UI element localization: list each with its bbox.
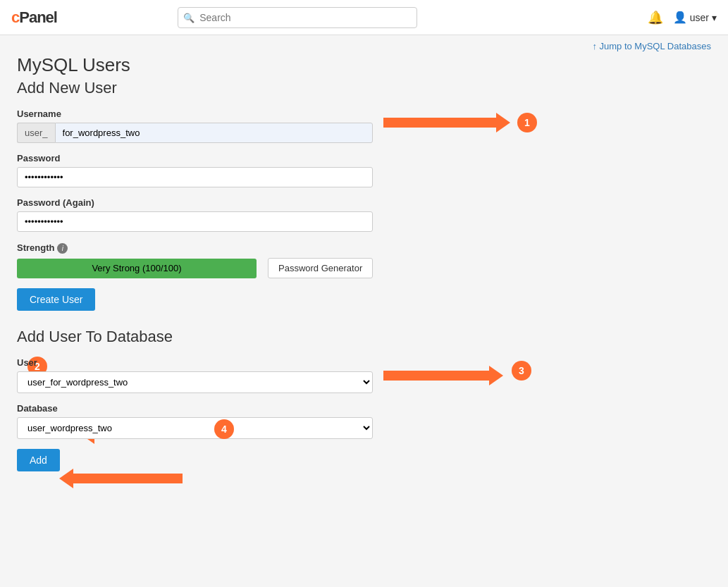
db-database-select[interactable]: user_wordpress_two user_wordpress user_b… xyxy=(17,417,373,439)
password-generator-button[interactable]: Password Generator xyxy=(268,258,373,278)
strength-label: Strength xyxy=(17,242,54,253)
strength-bar-row: Very Strong (100/100) Password Generator xyxy=(17,258,711,278)
add-user-db-section: Add User To Database User user_for_wordp… xyxy=(17,328,711,471)
password-again-input[interactable] xyxy=(17,211,373,232)
username-input[interactable] xyxy=(55,123,373,143)
jump-link-wrap: ↑ Jump to MySQL Databases xyxy=(17,35,711,54)
main-content: ↑ Jump to MySQL Databases MySQL Users Ad… xyxy=(0,35,728,500)
add-new-user-title: Add New User xyxy=(17,79,711,97)
annotation-4: 4 xyxy=(214,419,234,439)
db-database-label: Database xyxy=(17,403,711,414)
strength-section: Strength i Very Strong (100/100) Passwor… xyxy=(17,242,711,278)
add-button[interactable]: Add xyxy=(17,449,60,471)
username-label: Username xyxy=(17,109,711,119)
username-group: Username user_ xyxy=(17,109,711,143)
annotation-3: 3 xyxy=(383,366,503,385)
password-again-label: Password (Again) xyxy=(17,197,711,208)
strength-bar-text: Very Strong (100/100) xyxy=(92,263,181,273)
username-input-wrap: user_ xyxy=(17,123,373,143)
jump-to-mysql-link[interactable]: ↑ Jump to MySQL Databases xyxy=(592,41,711,51)
search-wrapper: 🔍 xyxy=(178,7,417,28)
arrow-1 xyxy=(383,113,510,132)
header-right: 🔔 👤 user ▾ xyxy=(648,10,717,25)
bell-icon[interactable]: 🔔 xyxy=(648,10,663,25)
arrow-head-left-4 xyxy=(59,469,73,488)
circle-1: 1 xyxy=(517,113,537,132)
user-menu-arrow: ▾ xyxy=(712,12,717,23)
circle-3: 3 xyxy=(512,361,531,381)
circle-4: 4 xyxy=(214,419,234,439)
arrow-shaft-4 xyxy=(73,474,183,483)
strength-info-icon[interactable]: i xyxy=(57,243,68,254)
password-label: Password xyxy=(17,153,711,163)
page-title: MySQL Users xyxy=(17,54,711,76)
search-icon: 🔍 xyxy=(183,12,195,23)
strength-label-row: Strength i xyxy=(17,242,711,254)
cpanel-logo: cPanel xyxy=(11,8,57,27)
header: cPanel 🔍 🔔 👤 user ▾ xyxy=(0,0,728,35)
arrow-head-1 xyxy=(496,113,510,132)
user-icon: 👤 xyxy=(673,11,687,24)
user-menu[interactable]: 👤 user ▾ xyxy=(673,11,717,24)
annotation-arrow-4 xyxy=(59,469,183,488)
db-database-group: Database user_wordpress_two user_wordpre… xyxy=(17,403,711,439)
password-group: Password xyxy=(17,153,711,187)
arrow-head-3 xyxy=(489,366,503,385)
db-user-group: User user_for_wordpress_two user_wordpre… xyxy=(17,357,711,393)
add-user-db-title: Add User To Database xyxy=(17,328,711,346)
create-user-button[interactable]: Create User xyxy=(17,288,95,311)
db-user-label: User xyxy=(17,357,711,368)
arrow-shaft-3 xyxy=(383,371,489,381)
strength-bar: Very Strong (100/100) xyxy=(17,259,257,278)
arrow-shaft-1 xyxy=(383,118,496,128)
add-new-user-section: Add New User Username user_ Password Pas… xyxy=(17,79,711,311)
username-prefix: user_ xyxy=(17,123,55,143)
user-label: user xyxy=(690,12,709,23)
search-input[interactable] xyxy=(178,7,417,28)
password-input[interactable] xyxy=(17,167,373,187)
create-user-row: Create User xyxy=(17,288,711,311)
password-again-group: Password (Again) xyxy=(17,197,711,232)
annotation-1: 1 xyxy=(383,113,530,132)
db-user-select[interactable]: user_for_wordpress_two user_wordpress us… xyxy=(17,371,373,393)
